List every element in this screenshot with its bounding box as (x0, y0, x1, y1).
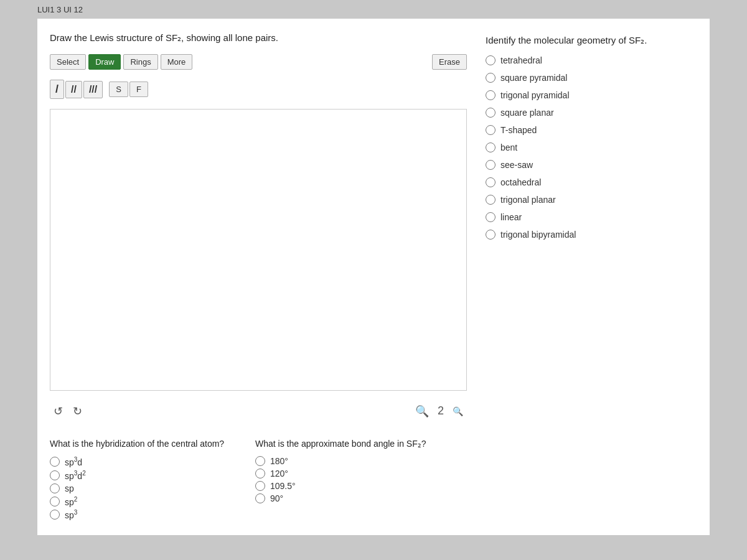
undo-button[interactable]: ↺ (50, 403, 67, 419)
undo-redo-controls: ↺ ↻ (50, 403, 86, 419)
sulfur-atom-button[interactable]: S (109, 82, 128, 97)
bond-angle-radio-120[interactable] (255, 469, 265, 478)
geometry-option-square-pyramidal[interactable]: square pyramidal (486, 73, 697, 83)
geometry-option-tetrahedral[interactable]: tetrahedral (486, 55, 697, 65)
geometry-option-trigonal-pyramidal[interactable]: trigonal pyramidal (486, 90, 697, 100)
geometry-label-bent: bent (500, 142, 517, 152)
geometry-option-square-planar[interactable]: square planar (486, 108, 697, 118)
hybridization-option-sp3[interactable]: sp3 (50, 509, 237, 520)
hybridization-option-sp[interactable]: sp (50, 483, 237, 493)
hybridization-option-sp2[interactable]: sp2 (50, 496, 237, 507)
hybridization-label-sp2: sp2 (65, 496, 77, 507)
rings-button[interactable]: Rings (123, 54, 157, 70)
fluorine-atom-button[interactable]: F (129, 82, 148, 97)
geometry-radio-square-planar[interactable] (486, 108, 496, 118)
hybridization-label-sp3: sp3 (65, 509, 77, 520)
page-counter: LUI1 3 UI 12 (37, 5, 83, 14)
bond-angle-radio-109[interactable] (255, 481, 265, 491)
hybridization-option-sp3d[interactable]: sp3d (50, 456, 237, 467)
hybridization-label-sp3d2: sp3d2 (65, 470, 86, 481)
geometry-radio-trigonal-planar[interactable] (486, 195, 496, 205)
geometry-radio-octahedral[interactable] (486, 177, 496, 187)
geometry-option-trigonal-planar[interactable]: trigonal planar (486, 195, 697, 205)
bond-angle-option-109[interactable]: 109.5° (255, 481, 467, 491)
hybridization-label-sp3d: sp3d (65, 456, 82, 467)
geometry-radio-bent[interactable] (486, 142, 496, 152)
double-bond-button[interactable]: // (65, 81, 82, 98)
bond-angle-label-109: 109.5° (270, 481, 296, 491)
geometry-label-square-pyramidal: square pyramidal (500, 73, 567, 83)
geometry-label-octahedral: octahedral (500, 177, 541, 187)
more-button[interactable]: More (161, 54, 193, 70)
geometry-label-square-planar: square planar (500, 108, 554, 118)
hybridization-section: What is the hybridization of the central… (50, 438, 237, 523)
geometry-label-t-shaped: T-shaped (500, 125, 537, 135)
right-panel: Identify the molecular geometry of SF₂. … (486, 31, 697, 523)
bond-angle-section: What is the approximate bond angle in SF… (255, 438, 467, 523)
bond-angle-option-90[interactable]: 90° (255, 493, 467, 503)
drawing-controls: ↺ ↻ 🔍 2 🔍 (50, 401, 467, 422)
hybridization-question-title: What is the hybridization of the central… (50, 438, 237, 450)
geometry-option-octahedral[interactable]: octahedral (486, 177, 697, 187)
geometry-label-trigonal-pyramidal: trigonal pyramidal (500, 90, 570, 100)
geometry-radio-trigonal-pyramidal[interactable] (486, 90, 496, 100)
bond-angle-question-title: What is the approximate bond angle in SF… (255, 438, 467, 450)
main-container: Draw the Lewis structure of SF₂, showing… (37, 19, 710, 535)
hybridization-label-sp: sp (65, 483, 74, 493)
erase-button[interactable]: Erase (432, 54, 467, 70)
geometry-radio-linear[interactable] (486, 212, 496, 222)
geometry-option-trigonal-bipyramidal[interactable]: trigonal bipyramidal (486, 230, 697, 240)
geometry-label-see-saw: see-saw (500, 160, 533, 170)
draw-button[interactable]: Draw (88, 54, 121, 70)
geometry-label-tetrahedral: tetrahedral (500, 55, 542, 65)
geometry-radio-square-pyramidal[interactable] (486, 73, 496, 83)
hybridization-radio-sp3[interactable] (50, 510, 60, 520)
select-button[interactable]: Select (50, 54, 86, 70)
geometry-label-linear: linear (500, 212, 522, 222)
toolbar: Select Draw Rings More Erase (50, 54, 467, 70)
geometry-radio-trigonal-bipyramidal[interactable] (486, 230, 496, 240)
geometry-label-trigonal-planar: trigonal planar (500, 195, 556, 205)
geometry-radio-t-shaped[interactable] (486, 125, 496, 135)
geometry-radio-see-saw[interactable] (486, 160, 496, 170)
zoom-in-button[interactable]: 🔍 (411, 403, 433, 419)
zoom-out-button[interactable]: 🔍 (449, 405, 467, 418)
draw-question-title: Draw the Lewis structure of SF₂, showing… (50, 31, 467, 44)
bond-angle-label-120: 120° (270, 469, 288, 478)
hybridization-radio-sp3d2[interactable] (50, 470, 60, 480)
hybridization-radio-sp3d[interactable] (50, 457, 60, 467)
zoom-reset-button[interactable]: 2 (434, 403, 448, 419)
geometry-option-see-saw[interactable]: see-saw (486, 160, 697, 170)
geometry-option-linear[interactable]: linear (486, 212, 697, 222)
geometry-label-trigonal-bipyramidal: trigonal bipyramidal (500, 230, 576, 240)
bond-angle-option-180[interactable]: 180° (255, 456, 467, 466)
bond-angle-radio-180[interactable] (255, 456, 265, 466)
left-panel: Draw the Lewis structure of SF₂, showing… (50, 31, 467, 523)
geometry-question-title: Identify the molecular geometry of SF₂. (486, 34, 697, 47)
single-bond-button[interactable]: / (50, 80, 64, 99)
hybridization-option-sp3d2[interactable]: sp3d2 (50, 470, 237, 481)
geometry-radio-tetrahedral[interactable] (486, 55, 496, 65)
triple-bond-button[interactable]: /// (83, 81, 103, 98)
hybridization-radio-sp2[interactable] (50, 497, 60, 506)
bond-angle-radio-90[interactable] (255, 493, 265, 503)
geometry-option-bent[interactable]: bent (486, 142, 697, 152)
hybridization-radio-sp[interactable] (50, 483, 60, 493)
geometry-option-t-shaped[interactable]: T-shaped (486, 125, 697, 135)
bottom-questions: What is the hybridization of the central… (50, 438, 467, 523)
bond-angle-label-90: 90° (270, 493, 283, 503)
zoom-controls: 🔍 2 🔍 (411, 403, 467, 419)
bond-angle-label-180: 180° (270, 456, 288, 466)
redo-button[interactable]: ↻ (69, 403, 86, 419)
bond-atom-toolbar: / // /// S F (50, 80, 467, 99)
drawing-canvas[interactable] (50, 109, 467, 391)
bond-angle-option-120[interactable]: 120° (255, 469, 467, 478)
